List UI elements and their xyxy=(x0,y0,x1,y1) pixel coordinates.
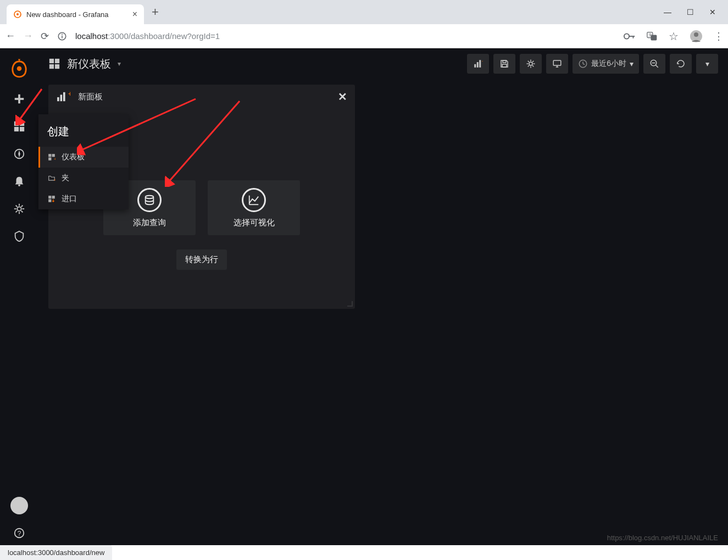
add-panel-button[interactable]: + xyxy=(467,54,489,74)
refresh-icon xyxy=(676,59,686,69)
svg-rect-18 xyxy=(14,127,19,131)
database-icon xyxy=(137,188,162,212)
svg-line-29 xyxy=(21,211,23,213)
sidebar-user-avatar[interactable] xyxy=(7,494,31,518)
sidebar-admin[interactable] xyxy=(7,224,31,248)
svg-rect-74 xyxy=(48,199,51,202)
refresh-button[interactable] xyxy=(670,54,692,74)
resize-handle[interactable] xyxy=(347,301,353,307)
maximize-button[interactable]: ☐ xyxy=(687,8,694,16)
bookmark-icon[interactable]: ☆ xyxy=(669,30,679,43)
hover-url: localhost:3000/dashboard/new xyxy=(0,545,112,560)
watermark: https://blog.csdn.net/HUJIANLAILE xyxy=(607,534,718,542)
close-tab-icon[interactable]: × xyxy=(132,9,137,19)
menu-icon[interactable]: ⋮ xyxy=(714,30,723,42)
svg-point-1 xyxy=(16,13,19,15)
folder-small-icon: + xyxy=(47,174,56,182)
chart-icon xyxy=(242,188,266,212)
add-query-label: 添加查询 xyxy=(133,218,166,228)
sidebar-explore[interactable] xyxy=(7,142,31,166)
create-flyout-menu: 创建 + 仪表板 + 夹 进口 xyxy=(38,114,129,209)
svg-rect-36 xyxy=(49,64,54,69)
grafana-logo-icon[interactable] xyxy=(9,58,29,78)
svg-rect-53 xyxy=(553,60,561,65)
svg-rect-38 xyxy=(474,64,476,68)
chevron-down-icon: ▾ xyxy=(118,60,121,68)
browser-statusbar: localhost:3000/dashboard/new xyxy=(0,545,728,560)
close-window-button[interactable]: ✕ xyxy=(709,8,716,16)
grafana-favicon-icon xyxy=(13,10,22,19)
flyout-item-folder[interactable]: + 夹 xyxy=(38,168,129,188)
svg-point-66 xyxy=(146,195,154,198)
profile-icon[interactable] xyxy=(690,30,703,43)
svg-rect-34 xyxy=(49,59,54,63)
panel-add-icon: + xyxy=(56,91,70,102)
svg-rect-39 xyxy=(477,62,479,68)
svg-rect-19 xyxy=(20,127,24,131)
svg-rect-35 xyxy=(55,59,59,63)
flyout-item-label: 夹 xyxy=(62,173,69,183)
flyout-item-label: 仪表板 xyxy=(62,152,85,162)
svg-line-52 xyxy=(532,61,534,62)
svg-line-30 xyxy=(16,211,18,213)
sidebar-alerting[interactable] xyxy=(7,169,31,193)
url-host: localhost xyxy=(75,31,108,41)
svg-point-5 xyxy=(624,34,629,38)
sidebar-dashboards[interactable] xyxy=(7,114,31,138)
svg-rect-72 xyxy=(48,196,51,198)
sidebar-create[interactable] xyxy=(7,87,31,111)
panel-header: + 新面板 ✕ xyxy=(48,85,355,109)
back-button[interactable]: ← xyxy=(5,30,15,42)
site-info-icon[interactable] xyxy=(57,31,68,41)
panel-close-button[interactable]: ✕ xyxy=(338,90,347,103)
grafana-app: ? 新仪表板 ▾ + 最近6小时 ▾ ▾ xyxy=(0,48,728,545)
new-tab-button[interactable]: + xyxy=(144,5,166,19)
window-controls: — ☐ ✕ xyxy=(664,8,728,16)
url-field[interactable]: localhost:3000/dashboard/new?orgId=1 xyxy=(75,31,616,41)
sidebar-config[interactable] xyxy=(7,197,31,221)
forward-button: → xyxy=(23,30,33,42)
apps-icon xyxy=(48,58,60,70)
zoom-out-button[interactable] xyxy=(643,54,665,74)
clock-icon xyxy=(578,59,588,69)
panel-title: 新面板 xyxy=(78,92,103,102)
flyout-title: 创建 xyxy=(38,114,129,147)
svg-point-22 xyxy=(18,185,20,187)
time-picker[interactable]: 最近6小时 ▾ xyxy=(573,54,639,74)
svg-line-31 xyxy=(21,206,23,207)
minimize-button[interactable]: — xyxy=(664,8,671,16)
choose-visualization-button[interactable]: 选择可视化 xyxy=(208,180,300,235)
address-bar-actions: 文 ☆ ⋮ xyxy=(624,30,723,43)
url-path: :3000/dashboard/new?orgId=1 xyxy=(108,31,220,41)
svg-rect-73 xyxy=(52,196,55,198)
dashboard-title-dropdown[interactable]: 新仪表板 ▾ xyxy=(48,57,121,71)
translate-icon[interactable]: 文 xyxy=(647,31,658,41)
chevron-down-icon: ▾ xyxy=(630,59,633,68)
reload-button[interactable]: ⟳ xyxy=(41,30,49,42)
convert-row-label: 转换为行 xyxy=(185,254,218,264)
svg-text:文: 文 xyxy=(648,33,652,37)
key-icon[interactable] xyxy=(624,31,636,41)
svg-line-28 xyxy=(16,206,18,207)
settings-button[interactable] xyxy=(520,54,542,74)
svg-text:+: + xyxy=(54,157,55,161)
svg-line-58 xyxy=(583,64,585,65)
svg-point-12 xyxy=(694,32,698,37)
save-button[interactable] xyxy=(493,54,515,74)
convert-to-row-button[interactable]: 转换为行 xyxy=(176,249,227,270)
svg-marker-21 xyxy=(18,151,20,158)
refresh-interval-dropdown[interactable]: ▾ xyxy=(696,54,718,74)
browser-chrome: New dashboard - Grafana × + — ☐ ✕ ← → ⟳ … xyxy=(0,0,728,48)
svg-rect-37 xyxy=(55,64,59,69)
browser-tab[interactable]: New dashboard - Grafana × xyxy=(7,4,144,24)
flyout-item-dashboard[interactable]: + 仪表板 xyxy=(38,147,129,168)
flyout-item-import[interactable]: 进口 xyxy=(38,188,129,209)
dashboard-title-text: 新仪表板 xyxy=(67,57,111,71)
svg-text:+: + xyxy=(68,91,70,98)
svg-rect-40 xyxy=(479,60,481,68)
cycle-view-button[interactable] xyxy=(546,54,568,74)
sidebar-help[interactable]: ? xyxy=(7,521,31,545)
svg-point-13 xyxy=(17,66,22,71)
svg-rect-17 xyxy=(20,121,24,126)
svg-rect-43 xyxy=(502,64,507,67)
